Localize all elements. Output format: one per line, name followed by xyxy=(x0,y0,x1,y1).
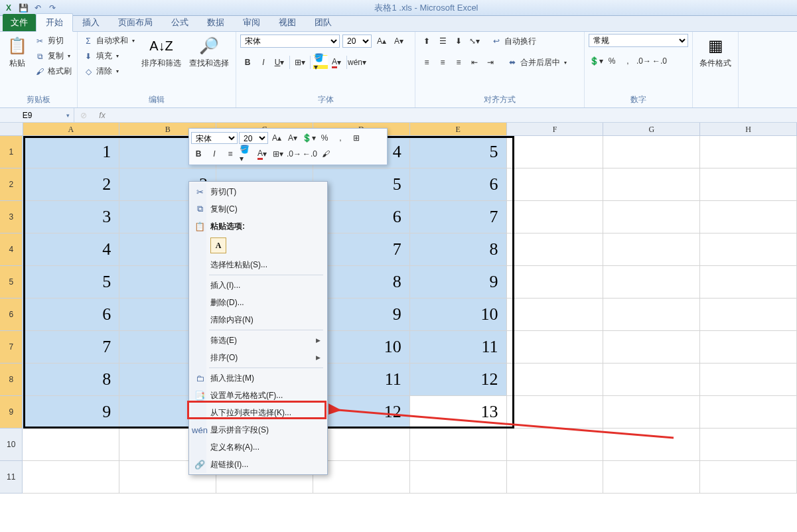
col-header-F[interactable]: F xyxy=(507,123,604,136)
currency-icon[interactable]: 💲▾ xyxy=(589,54,603,68)
cell[interactable]: 6 xyxy=(23,299,119,331)
cancel-formula-icon[interactable]: ⊘ xyxy=(74,111,93,120)
row-header[interactable]: 3 xyxy=(0,201,23,233)
ctx-insert-comment[interactable]: 🗀插入批注(M) xyxy=(190,369,326,387)
ctx-cut[interactable]: ✂剪切(T) xyxy=(190,183,326,200)
cell[interactable]: 4 xyxy=(23,233,119,266)
cell[interactable] xyxy=(603,429,700,461)
tab-insert[interactable]: 插入 xyxy=(73,14,109,31)
ctx-format-cells[interactable]: 📑设置单元格格式(F)... xyxy=(190,387,326,404)
bold-button[interactable]: B xyxy=(240,55,255,70)
mini-comma-icon[interactable]: , xyxy=(333,131,348,145)
indent-decrease-icon[interactable]: ⇤ xyxy=(467,55,482,70)
cell[interactable] xyxy=(507,461,604,494)
cell[interactable] xyxy=(23,461,119,494)
cell[interactable] xyxy=(700,266,797,299)
mini-bold-icon[interactable]: B xyxy=(191,147,206,161)
cell[interactable] xyxy=(507,364,604,396)
underline-button[interactable]: U▾ xyxy=(272,55,287,70)
cell[interactable] xyxy=(507,266,604,299)
row-header[interactable]: 11 xyxy=(0,461,23,494)
col-header-E[interactable]: E xyxy=(410,123,507,136)
cell[interactable] xyxy=(700,429,797,461)
cell[interactable] xyxy=(507,331,604,364)
autosum-button[interactable]: Σ自动求和▾ xyxy=(83,35,135,46)
increase-decimal-icon[interactable]: .0→ xyxy=(636,54,651,68)
col-header-G[interactable]: G xyxy=(603,123,700,136)
cell[interactable]: 9 xyxy=(23,396,119,429)
mini-fill-icon[interactable]: 🪣▾ xyxy=(239,147,254,161)
mini-percent-icon[interactable]: % xyxy=(317,131,332,145)
cell[interactable] xyxy=(603,168,700,201)
cell[interactable]: 11 xyxy=(410,331,507,364)
font-size-combo[interactable]: 20 xyxy=(342,34,372,48)
number-format-combo[interactable]: 常规 xyxy=(589,34,688,47)
cell[interactable] xyxy=(507,429,604,461)
cell[interactable] xyxy=(603,364,700,396)
sort-filter-button[interactable]: A↓Z 排序和筛选 xyxy=(139,34,184,70)
cell[interactable]: 6 xyxy=(410,168,507,201)
cut-button[interactable]: ✂剪切 xyxy=(35,35,72,46)
wrap-text-button[interactable]: ↩自动换行 xyxy=(491,36,536,47)
tab-data[interactable]: 数据 xyxy=(198,14,234,31)
cell[interactable] xyxy=(507,136,604,168)
row-header[interactable]: 6 xyxy=(0,299,23,331)
indent-increase-icon[interactable]: ⇥ xyxy=(483,55,498,70)
ctx-copy[interactable]: ⧉复制(C) xyxy=(190,200,326,218)
decrease-decimal-icon[interactable]: ←.0 xyxy=(652,54,667,68)
copy-button[interactable]: ⧉复制▾ xyxy=(35,50,72,62)
tab-file[interactable]: 文件 xyxy=(3,14,36,31)
cell[interactable] xyxy=(700,331,797,364)
row-header[interactable]: 1 xyxy=(0,136,23,168)
mini-format-painter-icon[interactable]: 🖌 xyxy=(319,147,333,161)
cell[interactable]: 1 xyxy=(23,136,119,168)
merge-center-button[interactable]: ⬌合并后居中▾ xyxy=(507,57,567,68)
ctx-hyperlink[interactable]: 🔗超链接(I)... xyxy=(190,456,326,473)
format-painter-button[interactable]: 🖌格式刷 xyxy=(35,66,72,77)
clear-button[interactable]: ◇清除▾ xyxy=(83,66,135,77)
mini-italic-icon[interactable]: I xyxy=(207,147,222,161)
mini-shrink-font-icon[interactable]: A▾ xyxy=(285,131,300,145)
align-middle-icon[interactable]: ☰ xyxy=(435,34,450,48)
mini-cells-icon[interactable]: ⊞ xyxy=(349,131,364,145)
name-box-input[interactable] xyxy=(4,111,50,120)
cell[interactable] xyxy=(603,461,700,494)
tab-view[interactable]: 视图 xyxy=(269,14,305,31)
row-header[interactable]: 9 xyxy=(0,396,23,429)
select-all-corner[interactable] xyxy=(0,123,23,136)
italic-button[interactable]: I xyxy=(256,55,271,70)
tab-team[interactable]: 团队 xyxy=(305,14,341,31)
cell[interactable]: 7 xyxy=(410,201,507,233)
cell[interactable] xyxy=(700,396,797,429)
conditional-format-button[interactable]: ▦ 条件格式 xyxy=(697,34,734,70)
cell[interactable] xyxy=(700,233,797,266)
cell[interactable]: 5 xyxy=(23,266,119,299)
orientation-icon[interactable]: ⤡▾ xyxy=(467,34,482,48)
mini-size-combo[interactable]: 20 xyxy=(239,132,268,144)
find-select-button[interactable]: 🔎 查找和选择 xyxy=(186,34,232,70)
cell[interactable] xyxy=(507,233,604,266)
mini-font-color-icon[interactable]: A▾ xyxy=(255,147,269,161)
row-header[interactable]: 7 xyxy=(0,331,23,364)
cell[interactable] xyxy=(603,266,700,299)
cell[interactable] xyxy=(410,429,507,461)
name-box[interactable]: ▾ xyxy=(0,108,74,122)
fill-color-button[interactable]: 🪣▾ xyxy=(313,55,328,70)
ctx-sort[interactable]: 排序(O)▶ xyxy=(190,349,326,366)
fx-icon[interactable]: fx xyxy=(93,111,111,120)
paste-option-values[interactable]: A xyxy=(210,237,226,253)
cell[interactable]: 9 xyxy=(410,266,507,299)
mini-grow-font-icon[interactable]: A▴ xyxy=(269,131,284,145)
cell[interactable]: 10 xyxy=(410,299,507,331)
cell[interactable] xyxy=(603,201,700,233)
cell[interactable]: 12 xyxy=(410,364,507,396)
ctx-filter[interactable]: 筛选(E)▶ xyxy=(190,332,326,349)
cell[interactable] xyxy=(507,396,604,429)
save-icon[interactable]: 💾 xyxy=(17,2,29,14)
grow-font-icon[interactable]: A▴ xyxy=(374,34,389,48)
mini-currency-icon[interactable]: 💲▾ xyxy=(301,131,316,145)
cell[interactable] xyxy=(507,201,604,233)
cell[interactable] xyxy=(507,168,604,201)
tab-layout[interactable]: 页面布局 xyxy=(109,14,162,31)
font-color-button[interactable]: A▾ xyxy=(329,55,344,70)
